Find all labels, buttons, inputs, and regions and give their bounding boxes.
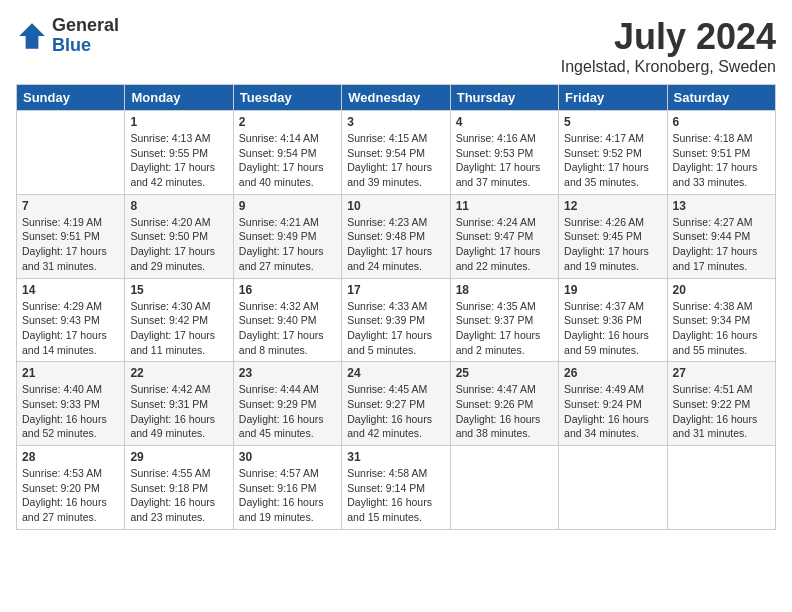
day-info: Sunrise: 4:32 AM Sunset: 9:40 PM Dayligh…	[239, 299, 336, 358]
day-number: 24	[347, 366, 444, 380]
calendar-cell	[17, 111, 125, 195]
day-info: Sunrise: 4:29 AM Sunset: 9:43 PM Dayligh…	[22, 299, 119, 358]
day-number: 7	[22, 199, 119, 213]
day-info: Sunrise: 4:13 AM Sunset: 9:55 PM Dayligh…	[130, 131, 227, 190]
day-number: 8	[130, 199, 227, 213]
day-number: 10	[347, 199, 444, 213]
calendar-cell: 26Sunrise: 4:49 AM Sunset: 9:24 PM Dayli…	[559, 362, 667, 446]
weekday-header-monday: Monday	[125, 85, 233, 111]
day-info: Sunrise: 4:21 AM Sunset: 9:49 PM Dayligh…	[239, 215, 336, 274]
day-info: Sunrise: 4:47 AM Sunset: 9:26 PM Dayligh…	[456, 382, 553, 441]
calendar-cell: 16Sunrise: 4:32 AM Sunset: 9:40 PM Dayli…	[233, 278, 341, 362]
weekday-header-wednesday: Wednesday	[342, 85, 450, 111]
day-number: 20	[673, 283, 770, 297]
day-info: Sunrise: 4:57 AM Sunset: 9:16 PM Dayligh…	[239, 466, 336, 525]
day-number: 3	[347, 115, 444, 129]
weekday-header-thursday: Thursday	[450, 85, 558, 111]
calendar-cell: 30Sunrise: 4:57 AM Sunset: 9:16 PM Dayli…	[233, 446, 341, 530]
page-header: General Blue July 2024 Ingelstad, Kronob…	[16, 16, 776, 76]
title-block: July 2024 Ingelstad, Kronoberg, Sweden	[561, 16, 776, 76]
day-number: 11	[456, 199, 553, 213]
day-number: 30	[239, 450, 336, 464]
calendar-cell: 19Sunrise: 4:37 AM Sunset: 9:36 PM Dayli…	[559, 278, 667, 362]
day-number: 2	[239, 115, 336, 129]
calendar-cell: 7Sunrise: 4:19 AM Sunset: 9:51 PM Daylig…	[17, 194, 125, 278]
calendar-cell: 10Sunrise: 4:23 AM Sunset: 9:48 PM Dayli…	[342, 194, 450, 278]
day-number: 9	[239, 199, 336, 213]
day-info: Sunrise: 4:14 AM Sunset: 9:54 PM Dayligh…	[239, 131, 336, 190]
day-number: 31	[347, 450, 444, 464]
week-row-2: 7Sunrise: 4:19 AM Sunset: 9:51 PM Daylig…	[17, 194, 776, 278]
day-info: Sunrise: 4:35 AM Sunset: 9:37 PM Dayligh…	[456, 299, 553, 358]
day-info: Sunrise: 4:58 AM Sunset: 9:14 PM Dayligh…	[347, 466, 444, 525]
day-info: Sunrise: 4:24 AM Sunset: 9:47 PM Dayligh…	[456, 215, 553, 274]
day-number: 5	[564, 115, 661, 129]
calendar-cell: 21Sunrise: 4:40 AM Sunset: 9:33 PM Dayli…	[17, 362, 125, 446]
location-title: Ingelstad, Kronoberg, Sweden	[561, 58, 776, 76]
weekday-header-row: SundayMondayTuesdayWednesdayThursdayFrid…	[17, 85, 776, 111]
calendar-cell	[559, 446, 667, 530]
calendar-cell: 15Sunrise: 4:30 AM Sunset: 9:42 PM Dayli…	[125, 278, 233, 362]
day-info: Sunrise: 4:18 AM Sunset: 9:51 PM Dayligh…	[673, 131, 770, 190]
day-number: 17	[347, 283, 444, 297]
calendar-cell: 28Sunrise: 4:53 AM Sunset: 9:20 PM Dayli…	[17, 446, 125, 530]
day-number: 21	[22, 366, 119, 380]
calendar-cell: 22Sunrise: 4:42 AM Sunset: 9:31 PM Dayli…	[125, 362, 233, 446]
logo-general: General	[52, 16, 119, 36]
logo-blue: Blue	[52, 36, 119, 56]
calendar-cell: 17Sunrise: 4:33 AM Sunset: 9:39 PM Dayli…	[342, 278, 450, 362]
calendar-cell	[667, 446, 775, 530]
calendar-cell: 4Sunrise: 4:16 AM Sunset: 9:53 PM Daylig…	[450, 111, 558, 195]
month-title: July 2024	[561, 16, 776, 58]
calendar-cell: 9Sunrise: 4:21 AM Sunset: 9:49 PM Daylig…	[233, 194, 341, 278]
day-info: Sunrise: 4:33 AM Sunset: 9:39 PM Dayligh…	[347, 299, 444, 358]
week-row-5: 28Sunrise: 4:53 AM Sunset: 9:20 PM Dayli…	[17, 446, 776, 530]
week-row-3: 14Sunrise: 4:29 AM Sunset: 9:43 PM Dayli…	[17, 278, 776, 362]
day-info: Sunrise: 4:30 AM Sunset: 9:42 PM Dayligh…	[130, 299, 227, 358]
day-number: 19	[564, 283, 661, 297]
calendar-cell: 12Sunrise: 4:26 AM Sunset: 9:45 PM Dayli…	[559, 194, 667, 278]
day-number: 15	[130, 283, 227, 297]
calendar-cell: 11Sunrise: 4:24 AM Sunset: 9:47 PM Dayli…	[450, 194, 558, 278]
calendar-cell: 27Sunrise: 4:51 AM Sunset: 9:22 PM Dayli…	[667, 362, 775, 446]
calendar-cell	[450, 446, 558, 530]
day-info: Sunrise: 4:37 AM Sunset: 9:36 PM Dayligh…	[564, 299, 661, 358]
weekday-header-friday: Friday	[559, 85, 667, 111]
day-info: Sunrise: 4:53 AM Sunset: 9:20 PM Dayligh…	[22, 466, 119, 525]
day-number: 16	[239, 283, 336, 297]
day-info: Sunrise: 4:38 AM Sunset: 9:34 PM Dayligh…	[673, 299, 770, 358]
day-number: 1	[130, 115, 227, 129]
day-number: 22	[130, 366, 227, 380]
calendar-cell: 3Sunrise: 4:15 AM Sunset: 9:54 PM Daylig…	[342, 111, 450, 195]
day-info: Sunrise: 4:19 AM Sunset: 9:51 PM Dayligh…	[22, 215, 119, 274]
day-number: 18	[456, 283, 553, 297]
week-row-4: 21Sunrise: 4:40 AM Sunset: 9:33 PM Dayli…	[17, 362, 776, 446]
day-info: Sunrise: 4:42 AM Sunset: 9:31 PM Dayligh…	[130, 382, 227, 441]
day-info: Sunrise: 4:27 AM Sunset: 9:44 PM Dayligh…	[673, 215, 770, 274]
calendar-cell: 29Sunrise: 4:55 AM Sunset: 9:18 PM Dayli…	[125, 446, 233, 530]
day-info: Sunrise: 4:44 AM Sunset: 9:29 PM Dayligh…	[239, 382, 336, 441]
week-row-1: 1Sunrise: 4:13 AM Sunset: 9:55 PM Daylig…	[17, 111, 776, 195]
day-info: Sunrise: 4:17 AM Sunset: 9:52 PM Dayligh…	[564, 131, 661, 190]
day-number: 12	[564, 199, 661, 213]
calendar-cell: 24Sunrise: 4:45 AM Sunset: 9:27 PM Dayli…	[342, 362, 450, 446]
calendar-cell: 13Sunrise: 4:27 AM Sunset: 9:44 PM Dayli…	[667, 194, 775, 278]
calendar-cell: 1Sunrise: 4:13 AM Sunset: 9:55 PM Daylig…	[125, 111, 233, 195]
calendar-cell: 8Sunrise: 4:20 AM Sunset: 9:50 PM Daylig…	[125, 194, 233, 278]
calendar: SundayMondayTuesdayWednesdayThursdayFrid…	[16, 84, 776, 530]
day-info: Sunrise: 4:45 AM Sunset: 9:27 PM Dayligh…	[347, 382, 444, 441]
day-number: 27	[673, 366, 770, 380]
day-number: 6	[673, 115, 770, 129]
day-info: Sunrise: 4:26 AM Sunset: 9:45 PM Dayligh…	[564, 215, 661, 274]
calendar-cell: 20Sunrise: 4:38 AM Sunset: 9:34 PM Dayli…	[667, 278, 775, 362]
calendar-cell: 23Sunrise: 4:44 AM Sunset: 9:29 PM Dayli…	[233, 362, 341, 446]
weekday-header-sunday: Sunday	[17, 85, 125, 111]
weekday-header-saturday: Saturday	[667, 85, 775, 111]
day-number: 14	[22, 283, 119, 297]
calendar-cell: 18Sunrise: 4:35 AM Sunset: 9:37 PM Dayli…	[450, 278, 558, 362]
calendar-cell: 14Sunrise: 4:29 AM Sunset: 9:43 PM Dayli…	[17, 278, 125, 362]
day-info: Sunrise: 4:51 AM Sunset: 9:22 PM Dayligh…	[673, 382, 770, 441]
logo: General Blue	[16, 16, 119, 56]
day-number: 4	[456, 115, 553, 129]
day-info: Sunrise: 4:15 AM Sunset: 9:54 PM Dayligh…	[347, 131, 444, 190]
